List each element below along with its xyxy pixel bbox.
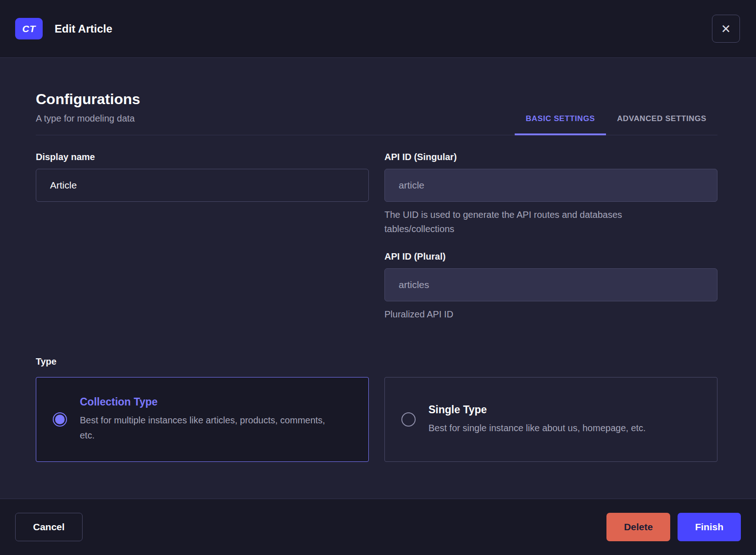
type-cards: Collection Type Best for multiple instan…	[36, 377, 717, 462]
content-type-badge-icon: CT	[15, 18, 43, 39]
single-type-text: Single Type Best for single instance lik…	[428, 404, 646, 436]
settings-tabs: BASIC SETTINGS ADVANCED SETTINGS	[515, 114, 717, 135]
edit-content-type-modal: CT Edit Article ✕ Configurations A type …	[0, 0, 756, 555]
single-type-radio[interactable]	[401, 412, 416, 427]
cancel-button[interactable]: Cancel	[15, 513, 83, 541]
delete-button[interactable]: Delete	[606, 513, 670, 541]
api-id-singular-label: API ID (Singular)	[384, 152, 717, 162]
tab-basic-settings[interactable]: BASIC SETTINGS	[515, 114, 606, 135]
api-id-plural-field-group: API ID (Plural) Pluralized API ID	[384, 251, 717, 322]
modal-title: Edit Article	[55, 22, 112, 35]
modal-footer: Cancel Delete Finish	[0, 499, 756, 555]
close-button[interactable]: ✕	[712, 15, 740, 43]
tab-advanced-settings[interactable]: ADVANCED SETTINGS	[606, 114, 717, 135]
single-type-description: Best for single instance like about us, …	[428, 421, 646, 436]
left-field-column: Display name	[36, 152, 369, 322]
section-head: Configurations A type for modeling data …	[36, 58, 717, 135]
collection-type-radio[interactable]	[53, 412, 67, 427]
collection-type-description: Best for multiple instances like article…	[80, 413, 337, 443]
api-id-plural-label: API ID (Plural)	[384, 251, 717, 262]
collection-type-title: Collection Type	[80, 396, 337, 408]
close-icon: ✕	[721, 23, 731, 35]
section-subtitle: A type for modeling data	[36, 113, 140, 124]
display-name-input[interactable]	[36, 169, 369, 202]
collection-type-card[interactable]: Collection Type Best for multiple instan…	[36, 377, 369, 462]
display-name-label: Display name	[36, 152, 369, 162]
section-title: Configurations	[36, 91, 140, 108]
modal-header: CT Edit Article ✕	[0, 0, 756, 58]
section-title-group: Configurations A type for modeling data	[36, 91, 140, 135]
single-type-card[interactable]: Single Type Best for single instance lik…	[384, 377, 717, 462]
type-section: Type Collection Type Best for multiple i…	[36, 356, 717, 462]
modal-body: Configurations A type for modeling data …	[0, 58, 756, 499]
right-field-column: API ID (Singular) The UID is used to gen…	[384, 152, 717, 322]
api-id-plural-hint: Pluralized API ID	[384, 307, 687, 322]
api-id-singular-field-group: API ID (Singular) The UID is used to gen…	[384, 152, 717, 236]
type-label: Type	[36, 356, 717, 367]
fields-grid: Display name API ID (Singular) The UID i…	[36, 152, 717, 322]
api-id-plural-input[interactable]	[384, 268, 717, 301]
api-id-singular-hint: The UID is used to generate the API rout…	[384, 208, 687, 236]
api-id-singular-input[interactable]	[384, 169, 717, 202]
display-name-field-group: Display name	[36, 152, 369, 202]
finish-button[interactable]: Finish	[678, 513, 741, 541]
content-type-badge-label: CT	[22, 23, 36, 34]
collection-type-text: Collection Type Best for multiple instan…	[80, 396, 337, 443]
single-type-title: Single Type	[428, 404, 646, 416]
